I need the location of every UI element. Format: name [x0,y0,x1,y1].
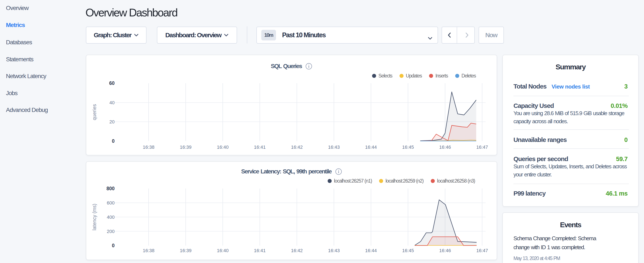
svg-text:16:38: 16:38 [143,144,154,150]
svg-text:0: 0 [112,243,114,248]
svg-text:16:47: 16:47 [476,144,488,150]
svg-text:16:44: 16:44 [365,144,377,150]
svg-text:16:40: 16:40 [217,144,228,150]
svg-text:60: 60 [109,80,114,86]
svg-text:16:39: 16:39 [180,248,192,253]
svg-text:400: 400 [107,214,114,220]
svg-text:0: 0 [112,138,114,144]
svg-text:16:45: 16:45 [402,144,414,150]
svg-text:16:46: 16:46 [439,248,451,253]
svg-text:queries: queries [92,104,97,120]
svg-text:16:41: 16:41 [254,144,266,150]
svg-text:16:45: 16:45 [402,248,414,253]
svg-text:16:43: 16:43 [328,144,340,150]
svg-text:16:43: 16:43 [328,248,340,253]
svg-text:16:40: 16:40 [217,248,228,253]
svg-text:16:44: 16:44 [365,248,377,253]
svg-text:16:46: 16:46 [439,144,451,150]
svg-text:16:39: 16:39 [180,144,192,150]
svg-text:16:38: 16:38 [143,248,154,253]
svg-text:16:41: 16:41 [254,248,266,253]
svg-text:16:42: 16:42 [291,144,303,150]
svg-text:16:47: 16:47 [476,248,488,253]
svg-text:40: 40 [110,100,114,105]
svg-text:800: 800 [106,186,114,191]
svg-text:600: 600 [107,200,114,205]
svg-text:latency (ms): latency (ms) [92,204,97,230]
svg-text:200: 200 [107,229,114,234]
svg-text:20: 20 [110,119,114,124]
svg-text:16:42: 16:42 [291,248,303,253]
